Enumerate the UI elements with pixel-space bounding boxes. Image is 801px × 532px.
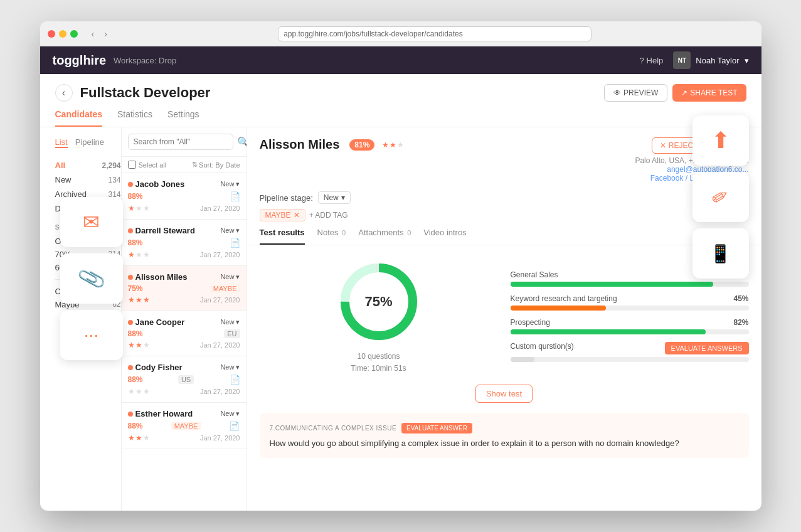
detail-panel: Alisson Miles 81% ★ ★ ★ ✕ bbox=[247, 127, 761, 511]
metric-bar-bg bbox=[511, 357, 749, 362]
main-layout: List Pipeline All 2,294 New 134 Archived… bbox=[40, 127, 761, 511]
star-rating[interactable]: ★ ★ ★ bbox=[128, 387, 150, 396]
tab-video-intros[interactable]: Video intros bbox=[423, 228, 466, 245]
evaluate-answer-button[interactable]: EVALUATE ANSWER bbox=[401, 423, 472, 434]
star-3: ★ bbox=[143, 434, 150, 442]
metric-bar bbox=[511, 306, 606, 311]
back-nav-button[interactable]: ‹ bbox=[88, 28, 98, 40]
star-1: ★ bbox=[382, 141, 389, 149]
user-name: Noah Taylor bbox=[696, 56, 739, 65]
candidate-badge: New ▾ bbox=[220, 226, 240, 235]
detail-body: 75% 10 questions Time: 10min 51s bbox=[247, 245, 761, 511]
tab-candidates[interactable]: Candidates bbox=[55, 109, 102, 127]
metric-label: Prospecting 82% bbox=[511, 318, 749, 327]
dot-icon bbox=[128, 275, 133, 280]
nav-arrows: ‹ › bbox=[88, 28, 111, 40]
add-tag-button[interactable]: + ADD TAG bbox=[309, 211, 348, 220]
candidates-scroll: Jacob Jones New ▾ 88% 📄 ★ bbox=[122, 173, 247, 511]
minimize-button[interactable] bbox=[59, 30, 66, 38]
address-bar[interactable]: app.togglhire.com/jobs/fullstack-develop… bbox=[278, 26, 591, 41]
star-rating[interactable]: ★ ★ ★ bbox=[128, 295, 150, 304]
detail-star-rating[interactable]: ★ ★ ★ bbox=[382, 141, 404, 149]
list-item[interactable]: Jane Cooper New ▾ 88% EU ★ bbox=[122, 311, 247, 356]
candidate-name: Jacob Jones bbox=[128, 179, 185, 189]
pencil-float-card: ✏ bbox=[692, 172, 749, 222]
candidate-meta: 88% 📄 bbox=[128, 191, 240, 201]
candidate-meta: 75% MAYBE bbox=[128, 284, 240, 293]
star-1: ★ bbox=[128, 295, 135, 304]
app-header: togglhire Workspace: Drop ? Help NT Noah… bbox=[40, 46, 761, 74]
list-item[interactable]: Darrell Steward New ▾ 88% 📄 bbox=[122, 220, 247, 266]
star-2: ★ bbox=[135, 387, 142, 396]
list-item[interactable]: Alisson Miles New ▾ 75% MAYBE bbox=[122, 266, 247, 311]
upload-icon: ⬆ bbox=[711, 127, 730, 154]
close-tag-icon[interactable]: ✕ bbox=[294, 211, 300, 220]
tags-row: MAYBE ✕ + ADD TAG bbox=[260, 209, 749, 221]
star-1: ★ bbox=[128, 204, 135, 213]
star-2: ★ bbox=[135, 434, 142, 442]
list-item[interactable]: Jacob Jones New ▾ 88% 📄 ★ bbox=[122, 173, 247, 220]
maximize-button[interactable] bbox=[70, 30, 78, 38]
page-title-row: ‹ Fullstack Developer 👁 PREVIEW ↗ SHARE … bbox=[55, 84, 746, 102]
show-test-button[interactable]: Show test bbox=[475, 385, 533, 403]
tab-statistics[interactable]: Statistics bbox=[117, 109, 152, 127]
forward-nav-button[interactable]: › bbox=[100, 28, 111, 40]
app-logo[interactable]: togglhire bbox=[53, 53, 107, 68]
star-rating[interactable]: ★ ★ ★ bbox=[128, 341, 150, 349]
candidate-bottom: ★ ★ ★ Jan 27, 2020 bbox=[128, 204, 240, 213]
share-test-button[interactable]: ↗ SHARE TEST bbox=[672, 84, 746, 102]
list-item[interactable]: Esther Howard New ▾ 88% MAYBE 📄 bbox=[122, 403, 247, 449]
candidate-meta: 88% MAYBE 📄 bbox=[128, 421, 240, 431]
evaluate-answers-button[interactable]: EVALUATE ANSWERS bbox=[665, 342, 749, 354]
header-right: ? Help NT Noah Taylor ▾ bbox=[639, 51, 748, 69]
back-button[interactable]: ‹ bbox=[55, 84, 73, 102]
tab-attachments[interactable]: Attachments 0 bbox=[358, 228, 411, 245]
star-rating[interactable]: ★ ★ ★ bbox=[128, 434, 150, 442]
chevron-down-icon: ▾ bbox=[341, 193, 345, 202]
candidate-tag: EU bbox=[224, 329, 240, 338]
doc-icon: 📄 bbox=[230, 191, 240, 201]
star-3: ★ bbox=[397, 141, 404, 149]
select-all-checkbox[interactable]: Select all bbox=[128, 161, 167, 169]
maybe-tag[interactable]: MAYBE ✕ bbox=[260, 209, 305, 221]
upload-float-card: ⬆ bbox=[692, 115, 749, 166]
candidate-badge: New ▾ bbox=[220, 363, 240, 371]
page-actions: 👁 PREVIEW ↗ SHARE TEST bbox=[604, 84, 746, 102]
close-button[interactable] bbox=[48, 30, 55, 38]
tab-test-results[interactable]: Test results bbox=[260, 228, 305, 245]
mail-float-card: ✉ bbox=[60, 197, 123, 247]
help-button[interactable]: ? Help bbox=[639, 56, 663, 65]
logo-area: togglhire Workspace: Drop bbox=[53, 53, 177, 68]
sort-button[interactable]: ⇅ Sort: By Date bbox=[192, 161, 240, 169]
user-menu[interactable]: NT Noah Taylor ▾ bbox=[673, 51, 748, 69]
paperclip-icon: 📎 bbox=[75, 263, 107, 294]
pipeline-view-tab[interactable]: Pipeline bbox=[75, 137, 104, 148]
star-rating[interactable]: ★ ★ ★ bbox=[128, 204, 150, 213]
preview-button[interactable]: 👁 PREVIEW bbox=[604, 84, 667, 102]
floating-icons: ✉ 📎 ··· bbox=[60, 197, 123, 360]
right-float-cards: ⬆ ✏ 📱 bbox=[692, 115, 749, 279]
workspace-label: Workspace: Drop bbox=[114, 56, 176, 65]
filter-new[interactable]: New 134 bbox=[55, 173, 121, 187]
pipeline-stage-select[interactable]: New ▾ bbox=[318, 191, 351, 204]
list-item[interactable]: Cody Fisher New ▾ 88% US 📄 bbox=[122, 356, 247, 403]
list-view-tab[interactable]: List bbox=[55, 137, 68, 148]
metric-bar-bg bbox=[511, 306, 749, 311]
filter-all[interactable]: All 2,294 bbox=[55, 158, 121, 173]
donut-meta: 10 questions Time: 10min 51s bbox=[351, 351, 406, 375]
tab-notes[interactable]: Notes 0 bbox=[317, 228, 346, 245]
mail-icon: ✉ bbox=[83, 210, 100, 234]
help-circle-icon: ? bbox=[639, 56, 644, 65]
star-3: ★ bbox=[143, 204, 150, 213]
select-all-input[interactable] bbox=[128, 161, 136, 169]
reject-icon: ✕ bbox=[660, 141, 666, 150]
dot-icon bbox=[128, 182, 133, 187]
score-badge: 81% bbox=[349, 139, 374, 151]
star-rating[interactable]: ★ ★ ★ bbox=[128, 250, 150, 259]
test-results-grid: 75% 10 questions Time: 10min 51s bbox=[260, 258, 749, 375]
star-1: ★ bbox=[128, 341, 135, 349]
tab-settings[interactable]: Settings bbox=[167, 109, 199, 127]
search-input[interactable] bbox=[128, 134, 233, 150]
chevron-down-icon: ▾ bbox=[745, 56, 749, 65]
dot-icon bbox=[128, 320, 133, 325]
